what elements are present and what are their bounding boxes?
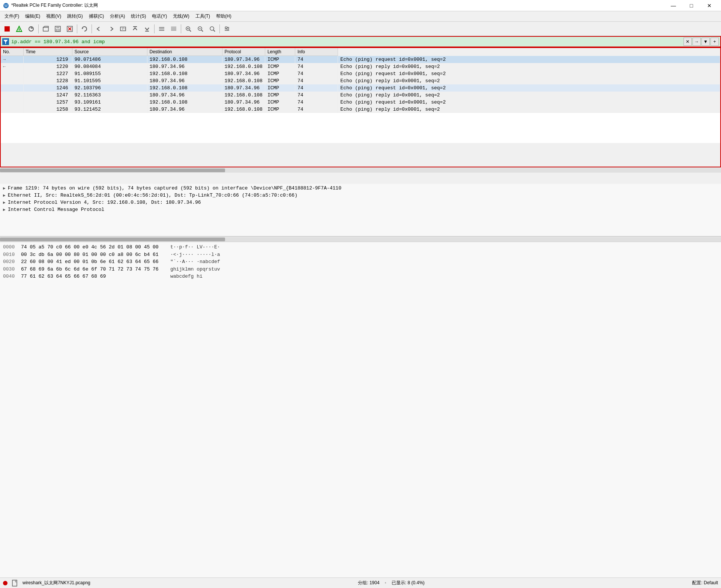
detail-row[interactable]: ▶Internet Control Message Protocol	[0, 206, 721, 213]
menu-go[interactable]: 跳转(G)	[64, 12, 86, 21]
svg-rect-38	[225, 27, 227, 28]
cell-no: 1220	[23, 63, 72, 70]
toolbar-separator-2	[77, 24, 77, 33]
detail-row[interactable]: ▶Frame 1219: 74 bytes on wire (592 bits)…	[0, 185, 721, 192]
menu-help[interactable]: 帮助(H)	[213, 12, 234, 21]
stop-capture-button[interactable]	[2, 23, 13, 35]
detail-hscroll-thumb[interactable]	[0, 238, 225, 241]
menu-telephone[interactable]: 电话(Y)	[149, 12, 170, 21]
cell-protocol: ICMP	[265, 106, 295, 113]
cell-arrow	[1, 84, 23, 92]
filter-dropdown-button[interactable]: ▼	[701, 38, 710, 46]
filter-arrow-right-button[interactable]: →	[692, 38, 701, 46]
toolbar	[0, 22, 721, 36]
hex-ascii: ·<·j···· ·····l·a	[170, 251, 220, 259]
cell-time: 93.109161	[72, 99, 147, 106]
cell-source: 180.97.34.96	[147, 63, 222, 70]
detail-hscroll-track[interactable]	[0, 237, 721, 242]
svg-marker-40	[3, 40, 8, 44]
filter-input[interactable]	[11, 39, 683, 45]
cell-arrow: →	[1, 56, 23, 63]
packet-hscroll[interactable]	[0, 167, 721, 173]
cell-info: Echo (ping) reply id=0x0001, seq=2	[338, 106, 720, 113]
cell-info: Echo (ping) reply id=0x0001, seq=2	[338, 77, 720, 84]
maximize-button[interactable]: □	[683, 0, 700, 11]
main-content: ✕ → ▼ + No. Time Source Destination Prot…	[0, 36, 721, 588]
goto-packet-button[interactable]	[117, 23, 129, 35]
filter-add-button[interactable]: +	[710, 38, 719, 46]
table-row[interactable]: 1228 91.101595 180.97.34.96 192.168.0.10…	[1, 77, 720, 84]
table-row[interactable]: 1247 92.116363 180.97.34.96 192.168.0.10…	[1, 92, 720, 99]
zoom-out-button[interactable]	[195, 23, 206, 35]
forward-button[interactable]	[105, 23, 117, 35]
menu-wireless[interactable]: 无线(W)	[170, 12, 192, 21]
cell-length: 74	[295, 56, 338, 63]
close-button[interactable]: ✕	[701, 0, 718, 11]
back-button[interactable]	[93, 23, 105, 35]
cell-time: 90.071486	[72, 56, 147, 63]
menu-tools[interactable]: 工具(T)	[192, 12, 213, 21]
hex-row: 003067 68 69 6a 6b 6c 6d 6e 6f 70 71 72 …	[3, 266, 718, 273]
detail-hscroll[interactable]	[0, 236, 721, 242]
menu-statistics[interactable]: 统计(S)	[128, 12, 149, 21]
packet-detail-panel: ▶Frame 1219: 74 bytes on wire (592 bits)…	[0, 184, 721, 236]
minimize-button[interactable]: —	[665, 0, 682, 11]
detail-row[interactable]: ▶Ethernet II, Src: RealtekS_56:2d:01 (00…	[0, 192, 721, 199]
hex-bytes: 67 68 69 6a 6b 6c 6d 6e 6f 70 71 72 73 7…	[21, 266, 167, 273]
status-bar: wireshark_以太网7NKYJ1.pcapng 分组: 1904 • 已显…	[0, 577, 721, 588]
menu-edit[interactable]: 编辑(E)	[22, 12, 43, 21]
detail-expand-icon: ▶	[3, 186, 6, 191]
expand-all-button[interactable]	[168, 23, 179, 35]
cell-no: 1227	[23, 70, 72, 77]
table-row[interactable]: ← 1220 90.084084 180.97.34.96 192.168.0.…	[1, 63, 720, 70]
hex-offset: 0010	[3, 251, 18, 259]
hex-offset: 0020	[3, 258, 18, 266]
go-top-button[interactable]	[129, 23, 141, 35]
cell-arrow	[1, 106, 23, 113]
table-row[interactable]: → 1219 90.071486 192.168.0.108 180.97.34…	[1, 56, 720, 63]
reload-button[interactable]	[79, 23, 90, 35]
start-capture-button[interactable]	[14, 23, 25, 35]
go-bottom-button[interactable]	[141, 23, 153, 35]
hscroll-track[interactable]	[0, 168, 721, 173]
detail-row[interactable]: ▶Internet Protocol Version 4, Src: 192.1…	[0, 199, 721, 206]
column-config-button[interactable]	[221, 23, 233, 35]
toolbar-separator-5	[181, 24, 181, 33]
detail-expand-icon: ▶	[3, 193, 6, 198]
menu-capture[interactable]: 捕获(C)	[86, 12, 107, 21]
packet-table: No. Time Source Destination Protocol Len…	[1, 48, 720, 113]
header-destination: Destination	[147, 48, 222, 56]
cell-arrow: ←	[1, 63, 23, 70]
open-button[interactable]	[40, 23, 51, 35]
table-row[interactable]: 1257 93.109161 192.168.0.108 180.97.34.9…	[1, 99, 720, 106]
close-file-button[interactable]	[64, 23, 75, 35]
menu-analyze[interactable]: 分析(A)	[107, 12, 128, 21]
normal-size-button[interactable]	[207, 23, 218, 35]
filter-icon	[2, 38, 9, 45]
table-row[interactable]: 1246 92.103796 192.168.0.108 180.97.34.9…	[1, 84, 720, 92]
hex-row: 002022 60 08 00 41 ed 00 01 0b 6e 61 62 …	[3, 258, 718, 266]
restart-button[interactable]	[26, 23, 37, 35]
status-sep-1: •	[385, 580, 386, 586]
menu-file[interactable]: 文件(F)	[2, 12, 22, 21]
hex-ascii: t··p·f·· LV-···E·	[170, 244, 220, 251]
toolbar-separator-1	[38, 24, 39, 33]
hex-bytes: 74 05 a5 70 c0 66 00 e0 4c 56 2d 01 08 0…	[21, 244, 167, 251]
filter-clear-button[interactable]: ✕	[683, 38, 692, 46]
cell-info: Echo (ping) request id=0x0001, seq=2	[338, 70, 720, 77]
cell-time: 91.101595	[72, 77, 147, 84]
cell-time: 90.084084	[72, 63, 147, 70]
cell-protocol: ICMP	[265, 56, 295, 63]
zoom-in-button[interactable]	[183, 23, 194, 35]
cell-destination: 180.97.34.96	[222, 70, 265, 77]
collapse-all-button[interactable]	[156, 23, 167, 35]
spacer-between-panels	[0, 173, 721, 184]
detail-text: Ethernet II, Src: RealtekS_56:2d:01 (00:…	[8, 192, 297, 198]
table-row[interactable]: 1227 91.089155 192.168.0.108 180.97.34.9…	[1, 70, 720, 77]
table-row[interactable]: 1258 93.121452 180.97.34.96 192.168.0.10…	[1, 106, 720, 113]
menu-view[interactable]: 视图(V)	[43, 12, 64, 21]
hex-offset: 0040	[3, 273, 18, 280]
cell-source: 192.168.0.108	[147, 84, 222, 92]
save-button[interactable]	[52, 23, 63, 35]
hscroll-thumb[interactable]	[0, 168, 225, 172]
